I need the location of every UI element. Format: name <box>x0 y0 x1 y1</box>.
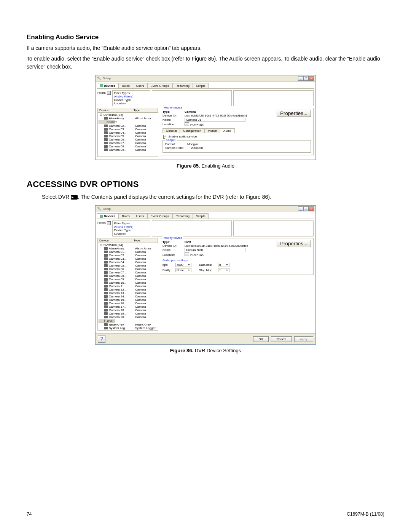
ok-button[interactable]: OK <box>253 336 269 342</box>
tree-item[interactable]: Camera 08...Camera <box>99 145 158 148</box>
cancel-button[interactable]: Cancel <box>271 336 292 342</box>
tab-recording[interactable]: Recording <box>172 83 193 88</box>
filter-all[interactable]: All (No Filters) <box>114 95 148 98</box>
parity-select[interactable]: None▼ <box>175 268 191 272</box>
subtab-audio[interactable]: Audio <box>220 128 234 133</box>
tab-recording[interactable]: Recording <box>172 213 193 219</box>
close-button[interactable]: × <box>309 76 314 81</box>
tree-item[interactable]: Camera 09...Camera <box>99 148 158 152</box>
chevron-down-icon: ▼ <box>188 264 190 266</box>
tree-item[interactable]: Camera 08...Camera <box>99 274 158 278</box>
filter-preview-1 <box>152 220 232 236</box>
tree-item[interactable]: Camera 01...Camera <box>99 120 115 124</box>
device-col-header: Device <box>98 108 132 112</box>
tab-roles[interactable]: Roles <box>118 83 133 88</box>
tab-roles[interactable]: Roles <box>118 213 133 219</box>
tree-item[interactable]: Camera 18...Camera <box>99 308 158 312</box>
sample-rate-label: Sample Rate: <box>165 146 189 150</box>
tree-item[interactable]: Camera 03...Camera <box>99 257 158 260</box>
tree-item[interactable]: RelayArrayRelay Array <box>99 323 158 326</box>
filter-types-title: Filter Types <box>114 91 148 95</box>
name-input[interactable]: Camera 01 <box>185 118 245 122</box>
filter-location[interactable]: Location <box>114 232 148 235</box>
properties-button[interactable]: Properties... <box>277 110 311 117</box>
tree-item[interactable]: Camera 01...Camera <box>99 250 158 254</box>
tab-scripts[interactable]: Scripts <box>193 213 209 219</box>
bps-select[interactable]: 4800▼ <box>175 263 191 267</box>
tree-item[interactable]: Camera 16...Camera <box>99 302 158 305</box>
filter-icon[interactable] <box>107 221 111 225</box>
tree-item[interactable]: Camera 04...Camera <box>99 260 158 264</box>
filter-icon[interactable] <box>107 91 111 95</box>
tree-item[interactable]: Camera 11...Camera <box>99 284 158 288</box>
subtab-configuration[interactable]: Configuration <box>180 128 205 133</box>
filter-types-box: Filter Types All (No Filters) Device Typ… <box>112 90 150 106</box>
tab-scripts[interactable]: Scripts <box>193 83 209 88</box>
subtab-general[interactable]: General <box>162 128 180 133</box>
tab-users[interactable]: Users <box>133 213 148 219</box>
window-title: Setup <box>103 77 296 80</box>
tree-item[interactable]: Camera 07...Camera <box>99 141 158 145</box>
tree-item[interactable]: Camera 09...Camera <box>99 278 158 281</box>
tree-item[interactable]: Endura NVRDVR <box>99 319 115 323</box>
setup-window-fig86: 🔧 Setup _ □ × Devices Roles Users Event … <box>95 205 316 345</box>
location-browse-button[interactable] <box>185 252 189 256</box>
properties-button[interactable]: Properties... <box>277 240 311 247</box>
tab-event-groups[interactable]: Event Groups <box>147 213 173 219</box>
heading-enabling-audio: Enabling Audio Service <box>27 34 384 41</box>
minimize-button[interactable]: _ <box>298 76 303 81</box>
tree-item[interactable]: Camera 06...Camera <box>99 267 158 271</box>
tree-item[interactable]: Camera 12...Camera <box>99 288 158 291</box>
maximize-button[interactable]: □ <box>303 206 309 211</box>
tree-item[interactable]: Camera 06...Camera <box>99 138 158 141</box>
minimize-button[interactable]: _ <box>298 206 303 211</box>
chevron-down-icon: ▼ <box>226 269 228 272</box>
tab-devices[interactable]: Devices <box>97 83 119 88</box>
tree-item[interactable]: Camera 17...Camera <box>99 305 158 308</box>
tree-item[interactable]: Camera 13...Camera <box>99 291 158 295</box>
tree-item[interactable]: AlarmArrayAlarm Array <box>99 117 158 120</box>
name-input[interactable]: Endura NVR <box>185 248 245 252</box>
tree-item[interactable]: Camera 15...Camera <box>99 298 158 302</box>
tab-devices[interactable]: Devices <box>97 213 119 219</box>
filter-device-type[interactable]: Device Type <box>114 98 148 102</box>
filter-all[interactable]: All (No Filters) <box>114 225 148 228</box>
type-col-header: Type <box>132 108 158 112</box>
tree-root[interactable]: ⊟DVR5100 (24) <box>99 113 158 117</box>
filter-location[interactable]: Location <box>114 102 148 105</box>
stopbits-select[interactable]: 1▼ <box>218 268 229 272</box>
tree-item[interactable]: Camera 10...Camera <box>99 281 158 284</box>
maximize-button[interactable]: □ <box>303 76 309 81</box>
tree-item[interactable]: Camera 03...Camera <box>99 128 158 131</box>
tree-item[interactable]: Camera 19...Camera <box>99 312 158 315</box>
tree-item[interactable]: Camera 02...Camera <box>99 254 158 257</box>
close-button[interactable]: × <box>309 206 314 211</box>
camera-icon <box>104 247 108 250</box>
filter-device-type[interactable]: Device Type <box>114 228 148 232</box>
tree-item[interactable]: AlarmArrayAlarm Array <box>99 247 158 250</box>
location-browse-button[interactable] <box>185 122 189 126</box>
camera-icon <box>104 327 108 329</box>
camera-icon <box>104 295 108 298</box>
tree-item[interactable]: Camera 04...Camera <box>99 131 158 134</box>
device-col-header: Device <box>98 238 132 243</box>
tree-root[interactable]: ⊟DVR5100 (24) <box>99 243 158 247</box>
tree-item[interactable]: Camera 14...Camera <box>99 295 158 298</box>
help-button[interactable]: ? <box>98 335 105 343</box>
tab-users[interactable]: Users <box>133 83 148 88</box>
tab-event-groups[interactable]: Event Groups <box>147 83 173 88</box>
databits-select[interactable]: 8▼ <box>218 263 229 267</box>
tree-item[interactable]: Camera 07...Camera <box>99 271 158 274</box>
filter-preview-1 <box>152 90 232 106</box>
device-list: Device Type ⊟DVR5100 (24)AlarmArrayAlarm… <box>97 238 158 331</box>
subtab-motion[interactable]: Motion <box>204 128 220 133</box>
camera-icon <box>104 285 108 288</box>
filter-preview-2 <box>233 90 314 106</box>
body-para-2: To enable audio, select the “Enable audi… <box>27 55 384 70</box>
tree-item[interactable]: Camera 02...Camera <box>99 124 158 128</box>
tree-item[interactable]: Camera 05...Camera <box>99 134 158 138</box>
tree-item[interactable]: Camera 20...Camera <box>99 315 158 319</box>
apply-button[interactable]: Apply <box>294 336 313 342</box>
tree-item[interactable]: Camera 05...Camera <box>99 264 158 267</box>
tree-item[interactable]: System Log...System Logger <box>99 326 158 330</box>
